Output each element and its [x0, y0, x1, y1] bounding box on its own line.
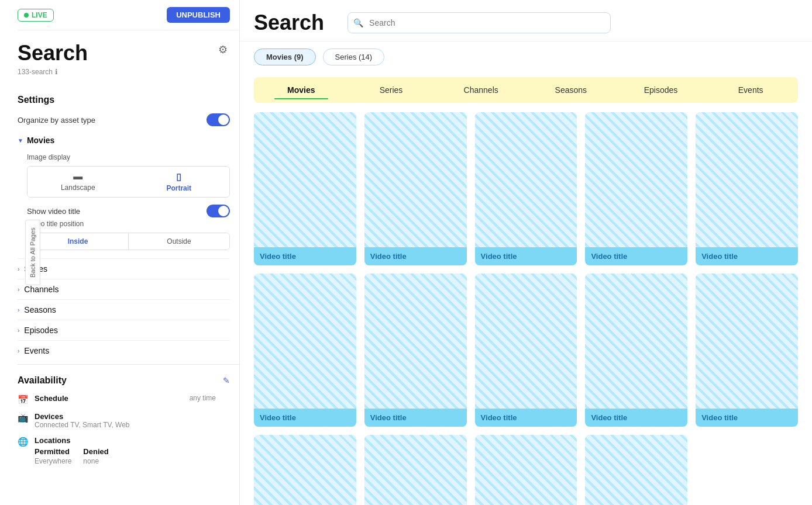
video-title-position-toggle: Inside Outside	[27, 233, 230, 250]
filter-pill[interactable]: Series (14)	[323, 49, 385, 65]
video-card[interactable]: Video title	[364, 112, 467, 265]
video-thumbnail	[475, 274, 577, 427]
main-title: Search	[254, 11, 324, 35]
nav-item-label: Channels	[24, 285, 59, 294]
schedule-value: any time	[190, 394, 216, 403]
main-content: Search 🔍 Movies (9)Series (14) MoviesSer…	[240, 0, 812, 505]
video-card[interactable]: Video title	[254, 112, 356, 265]
video-card[interactable]: Video title	[585, 274, 687, 427]
nav-item-label: Events	[24, 346, 49, 355]
search-input[interactable]	[347, 12, 611, 33]
filter-pills-row: Movies (9)Series (14)	[240, 41, 812, 72]
nav-item-label: Episodes	[24, 326, 58, 335]
video-card[interactable]: Video title	[475, 274, 577, 427]
portrait-icon: ▯	[176, 171, 181, 182]
video-card[interactable]: Video title	[475, 435, 577, 505]
movies-section: ▼ Movies Image display ▬ Landscape ▯ Por…	[18, 133, 230, 250]
back-to-all-pages-tab[interactable]: Back to All Pages	[25, 220, 40, 285]
video-thumbnail	[696, 112, 798, 265]
video-card[interactable]: Video title	[254, 435, 356, 505]
sidebar-top-bar: LIVE UNPUBLISH	[18, 0, 239, 30]
portrait-button[interactable]: ▯ Portrait	[129, 167, 230, 197]
video-title: Video title	[254, 247, 356, 265]
video-thumbnail	[475, 112, 577, 265]
sidebar-slug: 133-search ℹ	[18, 68, 239, 85]
asset-tab-seasons[interactable]: Seasons	[526, 79, 616, 101]
show-video-title-row: Show video title	[27, 205, 230, 217]
asset-tab-series[interactable]: Series	[346, 79, 436, 101]
landscape-button[interactable]: ▬ Landscape	[27, 167, 129, 197]
video-thumbnail	[254, 112, 356, 265]
live-label: LIVE	[32, 11, 47, 19]
devices-label: Devices	[35, 412, 130, 421]
devices-row: 📺 Devices Connected TV, Smart TV, Web	[18, 412, 230, 429]
sidebar-item-series[interactable]: › Series	[18, 258, 230, 279]
landscape-icon: ▬	[73, 171, 82, 182]
video-card[interactable]: Video title	[696, 274, 798, 427]
filter-pill[interactable]: Movies (9)	[254, 49, 316, 65]
show-video-title-label: Show video title	[27, 207, 80, 216]
video-card[interactable]: Video title	[475, 112, 577, 265]
show-video-title-toggle[interactable]	[207, 205, 230, 217]
settings-section: Settings Organize by asset type ▼ Movies…	[18, 85, 239, 361]
chevron-right-icon: ›	[18, 286, 19, 293]
asset-tab-episodes[interactable]: Episodes	[616, 79, 706, 101]
video-card[interactable]: Video title	[696, 112, 798, 265]
video-card[interactable]: Video title	[364, 274, 467, 427]
video-title: Video title	[475, 247, 577, 265]
denied-label: Denied	[83, 447, 120, 456]
sidebar-item-channels[interactable]: › Channels	[18, 279, 230, 299]
video-card[interactable]: Video title	[585, 112, 687, 265]
landscape-label: Landscape	[61, 184, 95, 192]
availability-edit-icon[interactable]: ✎	[223, 376, 230, 385]
video-card[interactable]: Video title	[254, 274, 356, 427]
nav-items: › Series › Channels › Seasons › Episodes…	[18, 258, 230, 361]
devices-value: Connected TV, Smart TV, Web	[35, 421, 130, 429]
chevron-right-icon: ›	[18, 348, 19, 354]
sidebar-item-events[interactable]: › Events	[18, 340, 230, 361]
asset-tab-channels[interactable]: Channels	[436, 79, 526, 101]
gear-icon: ⚙	[218, 44, 228, 56]
portrait-label: Portrait	[166, 184, 191, 192]
video-thumbnail	[364, 274, 467, 427]
settings-gear-button[interactable]: ⚙	[216, 41, 230, 58]
video-title: Video title	[696, 247, 798, 265]
live-dot	[24, 13, 29, 18]
organize-label: Organize by asset type	[18, 116, 95, 124]
video-thumbnail	[254, 435, 356, 505]
denied-value: none	[83, 457, 120, 465]
chevron-right-icon: ›	[18, 266, 19, 272]
video-title: Video title	[475, 409, 577, 427]
locations-label: Locations	[35, 436, 121, 445]
asset-tab-movies[interactable]: Movies	[256, 79, 346, 101]
video-card[interactable]: Video title	[364, 435, 467, 505]
movies-chevron-down-icon: ▼	[18, 137, 23, 144]
video-thumbnail	[475, 435, 577, 505]
outside-button[interactable]: Outside	[129, 233, 229, 250]
availability-heading-row: Availability ✎	[18, 375, 230, 386]
video-thumbnail	[585, 274, 687, 427]
image-display-toggle: ▬ Landscape ▯ Portrait	[27, 166, 230, 198]
search-icon: 🔍	[353, 18, 363, 27]
sidebar-item-seasons[interactable]: › Seasons	[18, 299, 230, 320]
schedule-content: Schedule any time	[35, 394, 216, 403]
organize-by-asset-type-row: Organize by asset type	[18, 113, 230, 126]
sidebar-item-episodes[interactable]: › Episodes	[18, 320, 230, 340]
video-card[interactable]: Video title	[585, 435, 687, 505]
video-grid: Video title Video title Video title Vide…	[249, 112, 803, 505]
globe-icon: 🌐	[18, 437, 29, 447]
nav-item-label: Seasons	[24, 305, 56, 314]
asset-tab-events[interactable]: Events	[706, 79, 796, 101]
schedule-row: 📅 Schedule any time	[18, 394, 230, 405]
settings-heading: Settings	[18, 95, 230, 105]
image-display-label: Image display	[27, 153, 230, 161]
movies-collapse-row[interactable]: ▼ Movies	[18, 133, 230, 147]
video-title: Video title	[585, 247, 687, 265]
video-thumbnail	[364, 435, 467, 505]
unpublish-button[interactable]: UNPUBLISH	[167, 7, 230, 23]
inside-button[interactable]: Inside	[27, 233, 129, 250]
organize-toggle[interactable]	[207, 113, 230, 126]
main-header: Search 🔍	[240, 0, 812, 41]
chevron-right-icon: ›	[18, 307, 19, 313]
video-title: Video title	[364, 409, 467, 427]
